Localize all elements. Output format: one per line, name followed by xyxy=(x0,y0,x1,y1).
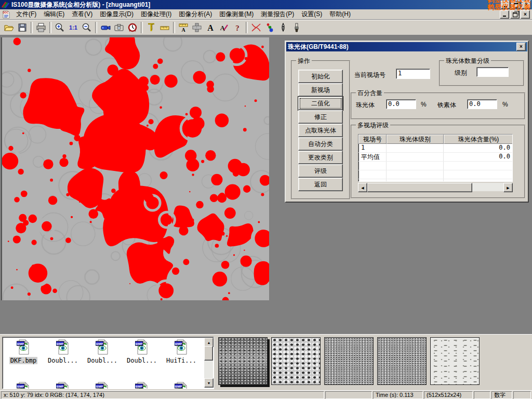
file-item[interactable]: BMPHuiTi... xyxy=(163,339,200,364)
menu-image-display[interactable]: 图像显示(D) xyxy=(96,9,137,20)
percent-sign: % xyxy=(421,101,427,108)
svg-text:BMP: BMP xyxy=(136,385,142,388)
save-icon[interactable] xyxy=(16,21,29,34)
child-close-icon[interactable]: × xyxy=(521,10,530,19)
file-name-label: Doubl... xyxy=(47,357,79,364)
child-minimize-icon[interactable] xyxy=(500,10,509,19)
menu-measure-report[interactable]: 测量报告(P) xyxy=(257,9,298,20)
initialize-button[interactable]: 初始化 xyxy=(298,70,343,83)
capture-camera-icon[interactable] xyxy=(112,21,126,34)
file-item[interactable]: BMP xyxy=(44,382,82,389)
pen-tool-icon[interactable] xyxy=(276,21,290,34)
restore-icon[interactable] xyxy=(511,1,521,9)
particle-analysis-icon[interactable] xyxy=(263,21,276,34)
col-header-field[interactable]: 视场号 xyxy=(358,135,387,144)
dialog-title-bar[interactable]: 珠光体(GB/T9441-88) × xyxy=(286,42,527,51)
file-listbox[interactable]: BMPDKF.bmpBMPDoubl...BMPDoubl...BMPDoubl… xyxy=(2,337,214,389)
child-restore-icon[interactable] xyxy=(510,10,520,19)
svg-text:DOC: DOC xyxy=(3,11,9,14)
table-row[interactable]: 平均值 0.0 xyxy=(358,153,512,162)
pearlite-percent-input[interactable]: 0.0 xyxy=(386,99,416,109)
file-name-label: DKF.bmp xyxy=(9,357,38,364)
toolbar-separator xyxy=(173,22,175,33)
table-horizontal-scrollbar[interactable]: ◀ ▶ xyxy=(358,183,513,191)
file-item[interactable]: BMPDoubl... xyxy=(84,339,121,364)
open-icon[interactable] xyxy=(2,21,16,34)
auto-classify-button[interactable]: 自动分类 xyxy=(298,137,343,151)
col-header-pearlite-content[interactable]: 珠光体含量(%) xyxy=(444,135,513,144)
scrollbar-thumb[interactable] xyxy=(367,183,472,192)
sample-thumbnail-2[interactable] xyxy=(271,337,321,385)
pick-pearlite-button[interactable]: 点取珠光体 xyxy=(298,124,343,137)
change-class-button[interactable]: 更改类别 xyxy=(298,151,343,164)
video-camera-icon[interactable] xyxy=(99,21,112,34)
sample-thumbnail-1[interactable] xyxy=(218,337,268,385)
current-field-input[interactable]: 1 xyxy=(396,69,430,79)
binarize-button[interactable]: 二值化 xyxy=(298,97,343,110)
bmp-file-icon: BMP xyxy=(17,339,30,355)
dialog-close-icon[interactable]: × xyxy=(516,43,526,51)
status-segment-empty xyxy=(513,391,531,399)
zoom-in-icon[interactable] xyxy=(53,21,66,34)
operations-group-label: 操作 xyxy=(296,57,312,65)
zoom-out-icon[interactable] xyxy=(80,21,94,34)
sample-thumbnail-4[interactable] xyxy=(377,337,427,385)
bmp-file-icon: BMP xyxy=(56,339,70,355)
sample-thumbnail-5[interactable] xyxy=(430,337,480,385)
file-item[interactable]: BMPDoubl... xyxy=(44,339,82,364)
file-item[interactable]: BMP xyxy=(163,382,200,389)
sample-thumbnail-3[interactable] xyxy=(324,337,374,385)
annotate-icon[interactable]: A xyxy=(217,21,231,34)
menu-edit[interactable]: 编辑(E) xyxy=(40,9,68,20)
menu-image-processing[interactable]: 图像处理(I) xyxy=(137,9,175,20)
text-tool-icon[interactable]: A xyxy=(204,21,217,34)
svg-text:1:1: 1:1 xyxy=(69,24,77,31)
curve-tool-icon[interactable] xyxy=(249,21,263,34)
correct-button[interactable]: 修正 xyxy=(298,110,343,124)
file-list-scrollbar[interactable]: ▲▼ xyxy=(204,338,213,388)
title-bar[interactable]: IS100显微摄像系统(金相分析版) - [zhuguangti01] × xyxy=(0,0,532,9)
new-field-button[interactable]: 新视场 xyxy=(298,83,343,97)
scroll-left-icon[interactable]: ◀ xyxy=(358,183,367,192)
measure-text-icon[interactable]: A xyxy=(177,21,190,34)
brush-tool-icon[interactable] xyxy=(290,21,303,34)
file-item[interactable]: BMP xyxy=(5,382,42,389)
minimize-icon[interactable] xyxy=(501,1,510,9)
micrograph-image[interactable] xyxy=(1,37,269,300)
file-item[interactable]: BMP xyxy=(84,382,121,389)
scroll-right-icon[interactable]: ▶ xyxy=(503,183,513,192)
menu-view[interactable]: 查看(V) xyxy=(68,9,96,20)
file-item[interactable]: BMPDKF.bmp xyxy=(5,339,42,364)
svg-text:BMP: BMP xyxy=(17,342,24,345)
file-item[interactable]: BMPDoubl... xyxy=(123,339,161,364)
bmp-file-icon: BMP xyxy=(56,382,70,389)
file-item[interactable]: BMP xyxy=(123,382,161,389)
timer-icon[interactable] xyxy=(126,21,139,34)
menu-image-measure[interactable]: 图像测量(M) xyxy=(216,9,257,20)
return-button[interactable]: 返回 xyxy=(298,178,343,191)
actual-size-icon[interactable]: 1:1 xyxy=(66,21,80,34)
vertical-caliper-icon[interactable] xyxy=(144,21,158,34)
print-icon[interactable] xyxy=(34,21,48,34)
table-row[interactable]: 1 0.0 xyxy=(358,144,512,153)
svg-text:BMP: BMP xyxy=(175,385,182,388)
close-icon[interactable]: × xyxy=(522,1,531,9)
grade-input[interactable] xyxy=(476,67,509,77)
document-icon[interactable]: DOC xyxy=(2,10,10,19)
mode-status: 数字 xyxy=(491,391,512,399)
scrollbar-thumb[interactable] xyxy=(204,346,213,361)
percent-group-label: 百分含量 xyxy=(356,89,384,98)
scroll-down-icon[interactable]: ▼ xyxy=(204,378,214,388)
menu-help[interactable]: 帮助(H) xyxy=(326,9,354,20)
help-icon[interactable]: ? xyxy=(231,21,244,34)
merge-grid-icon[interactable] xyxy=(190,21,204,34)
file-name-label: Doubl... xyxy=(126,357,158,364)
ferrite-percent-input[interactable]: 0.0 xyxy=(467,99,497,109)
table-row-empty xyxy=(358,179,512,182)
menu-image-analysis[interactable]: 图像分析(A) xyxy=(175,9,216,20)
rate-button[interactable]: 评级 xyxy=(298,164,343,178)
menu-settings[interactable]: 设置(S) xyxy=(298,9,326,20)
menu-file[interactable]: 文件(F) xyxy=(12,9,40,20)
ruler-icon[interactable] xyxy=(158,21,171,34)
col-header-grade[interactable]: 珠光体级别 xyxy=(387,135,444,144)
